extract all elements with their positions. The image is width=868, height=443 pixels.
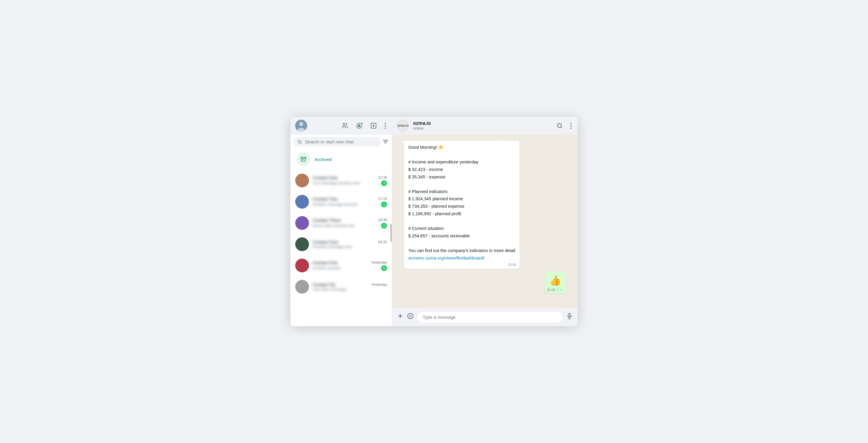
unread-badge: 1 — [381, 202, 387, 207]
message-link[interactable]: acmeinc.ozma.org/views/fin/dashboard/ — [408, 256, 485, 260]
svg-line-19 — [561, 127, 562, 128]
chat-preview: Another message preview — [313, 202, 358, 207]
message-line-5: # Planned indicators — [408, 189, 447, 194]
avatar — [295, 195, 309, 209]
emoji-button[interactable] — [407, 313, 414, 321]
search-icon — [298, 140, 302, 144]
chat-preview: Last message preview here — [313, 181, 360, 185]
chat-time: 12:30 — [378, 175, 387, 180]
unread-badge: 2 — [381, 223, 387, 229]
message-emoji: 👍 — [550, 275, 561, 286]
list-item[interactable]: Contact Two 11:15 Another message previe… — [290, 191, 392, 212]
message-line-9: # Current situation — [408, 226, 443, 231]
chat-menu-button[interactable] — [569, 121, 573, 130]
message-input[interactable] — [417, 312, 563, 323]
svg-point-25 — [408, 314, 413, 319]
svg-point-1 — [299, 122, 303, 126]
chat-input-area — [392, 308, 578, 326]
chat-name: Contact Four — [313, 239, 339, 244]
message-line-4: $ 35,345 - expense — [408, 175, 445, 179]
message-line-10: $ 254,657 - accounts receivable — [408, 234, 470, 238]
right-panel: ozma.io ozma.io online — [392, 117, 578, 326]
chat-name: Contact Six — [313, 282, 336, 287]
svg-point-3 — [343, 123, 345, 125]
avatar — [295, 280, 309, 294]
svg-rect-17 — [301, 157, 306, 158]
contact-name: ozma.io — [413, 121, 551, 126]
contact-avatar[interactable]: ozma.io — [397, 120, 409, 132]
chat-preview: Preview message here — [313, 244, 352, 249]
svg-rect-28 — [568, 314, 570, 316]
chat-name: Contact One — [313, 175, 338, 180]
chat-preview: Another preview — [313, 266, 341, 270]
message-time-sent: 21:52 ✓✓ — [547, 287, 563, 292]
message-line-8: $ 1,189,992 - planned profit — [408, 211, 461, 216]
chat-name: Contact Three — [313, 217, 341, 223]
left-panel: Archived Contact One 12:30 Last message … — [290, 117, 392, 326]
avatar — [295, 259, 309, 272]
archived-row[interactable]: Archived — [290, 149, 392, 170]
svg-point-21 — [570, 125, 571, 126]
search-wrap — [290, 135, 392, 149]
chat-time: Yesterday — [371, 260, 387, 265]
svg-point-20 — [570, 123, 571, 124]
avatar — [295, 216, 309, 230]
chat-list: Contact One 12:30 Last message preview h… — [290, 170, 392, 326]
message-line-7: $ 734,353 - planned expense — [408, 204, 465, 209]
new-chat-button[interactable] — [369, 121, 378, 130]
list-item[interactable]: Contact One 12:30 Last message preview h… — [290, 170, 392, 191]
avatar — [295, 174, 309, 187]
svg-point-22 — [570, 127, 571, 129]
scrollbar-thumb[interactable] — [390, 224, 392, 242]
left-header — [290, 117, 392, 135]
chat-time: 09:20 — [378, 240, 387, 244]
message-greeting: Good Morning! ☀️ — [408, 145, 443, 150]
message-line-11: You can find out the company's indicator… — [408, 248, 515, 253]
svg-point-12 — [298, 140, 301, 143]
svg-point-10 — [385, 125, 386, 126]
search-chat-button[interactable] — [555, 121, 564, 130]
messages-area: Good Morning! ☀️ # Income and expenditur… — [392, 135, 578, 308]
chat-name: Contact Two — [313, 196, 337, 202]
status-indicator — [361, 122, 364, 124]
unread-badge: 5 — [381, 265, 387, 271]
status-button[interactable] — [355, 121, 364, 130]
chat-time: 11:15 — [378, 197, 387, 201]
user-avatar[interactable] — [295, 120, 307, 132]
search-input[interactable] — [305, 139, 377, 144]
list-item[interactable]: Contact Six Yesterday Last seen message — [290, 276, 392, 298]
chat-preview: Last seen message — [313, 287, 346, 292]
archived-label: Archived — [314, 157, 332, 162]
groups-button[interactable] — [340, 121, 349, 130]
tick-icon: ✓✓ — [556, 287, 563, 292]
list-item[interactable]: Contact Three 10:45 Some other preview t… — [290, 212, 392, 234]
svg-line-13 — [301, 143, 302, 143]
avatar — [295, 237, 309, 251]
menu-button[interactable] — [383, 121, 387, 130]
chat-preview: Some other preview text — [313, 223, 354, 228]
add-attachment-button[interactable] — [397, 313, 403, 321]
chat-name: Contact Five — [313, 260, 338, 265]
filter-button[interactable] — [383, 138, 388, 145]
message-line-2: # Income and expenditure yesterday — [408, 159, 478, 164]
chat-time: Yesterday — [371, 283, 387, 287]
header-icons — [340, 121, 387, 130]
unread-badge: 3 — [381, 180, 387, 186]
chat-time: 10:45 — [378, 218, 387, 222]
search-bar — [294, 137, 380, 146]
contact-avatar-label: ozma.io — [397, 124, 408, 127]
chat-header: ozma.io ozma.io online — [392, 117, 578, 135]
mic-button[interactable] — [566, 313, 573, 321]
svg-point-18 — [558, 123, 561, 127]
list-item[interactable]: Contact Five Yesterday Another preview 5 — [290, 255, 392, 276]
contact-status: online — [413, 126, 551, 130]
message-received: Good Morning! ☀️ # Income and expenditur… — [404, 141, 520, 269]
chat-header-actions — [555, 121, 573, 130]
message-time: 21:51 — [508, 262, 517, 268]
message-line-6: $ 1,924,345 planned income — [408, 196, 463, 201]
svg-point-5 — [358, 125, 360, 127]
archive-icon — [297, 152, 310, 166]
svg-point-9 — [385, 123, 386, 124]
svg-point-11 — [385, 127, 386, 129]
list-item[interactable]: Contact Four 09:20 Preview message here — [290, 234, 392, 255]
